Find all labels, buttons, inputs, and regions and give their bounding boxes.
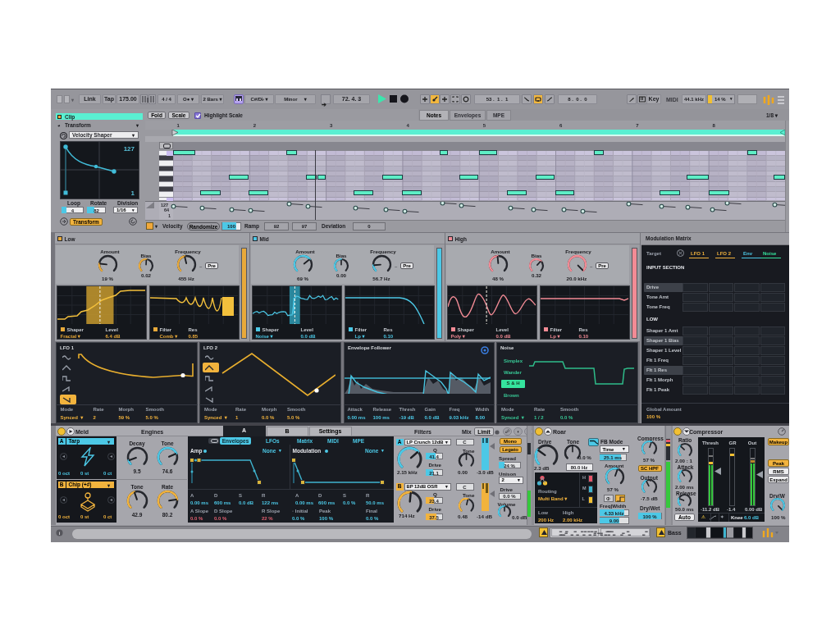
svg-text:1: 1 <box>131 189 135 197</box>
svg-text:127: 127 <box>124 145 135 153</box>
